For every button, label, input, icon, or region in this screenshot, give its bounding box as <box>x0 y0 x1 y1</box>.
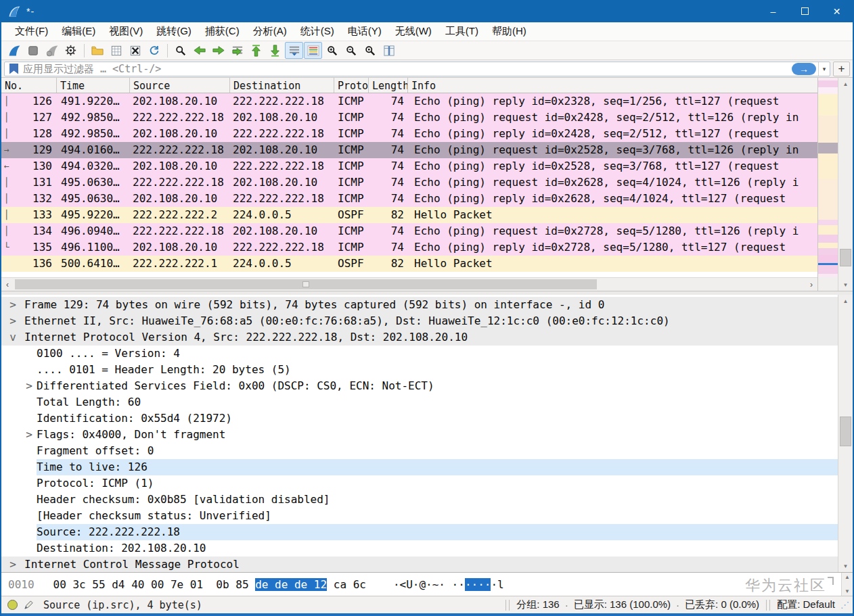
scroll-up-icon[interactable]: ▲ <box>838 295 853 307</box>
packet-row[interactable]: │128492.9850…202.108.20.10222.222.222.18… <box>1 126 817 142</box>
expert-info-icon[interactable] <box>7 600 18 610</box>
detail-line[interactable]: Time to live: 126 <box>1 459 838 475</box>
column-header-no[interactable]: No. <box>1 78 57 93</box>
menu-file[interactable]: 文件(F) <box>8 22 55 41</box>
zoom-in-button[interactable] <box>323 42 341 59</box>
packet-row[interactable]: │126491.9220…202.108.20.10222.222.222.18… <box>1 93 817 110</box>
expander-open-icon[interactable]: v <box>1 329 24 346</box>
column-header-time[interactable]: Time <box>57 78 130 93</box>
packet-row[interactable]: │134496.0940…222.222.222.18202.108.20.10… <box>1 223 817 239</box>
close-button[interactable]: ✕ <box>821 0 853 22</box>
expander-closed-icon[interactable]: > <box>1 297 24 313</box>
close-file-button[interactable] <box>126 42 144 59</box>
go-last-button[interactable] <box>266 42 284 59</box>
go-forward-button[interactable] <box>209 42 227 59</box>
packet-list-horizontal-scrollbar[interactable]: ‹ › <box>1 277 817 291</box>
capture-options-button[interactable] <box>62 42 80 59</box>
find-packet-button[interactable] <box>171 42 189 59</box>
save-file-button[interactable] <box>107 42 125 59</box>
minimize-button[interactable]: – <box>757 0 789 22</box>
go-back-button[interactable] <box>190 42 208 59</box>
go-to-packet-button[interactable] <box>228 42 246 59</box>
detail-line[interactable]: Source: 222.222.222.18 <box>1 524 838 540</box>
zoom-out-button[interactable] <box>342 42 360 59</box>
column-header-length[interactable]: Length <box>369 78 408 93</box>
packet-row[interactable]: │133495.9220…222.222.222.2224.0.0.5OSPF8… <box>1 207 817 223</box>
column-header-destination[interactable]: Destination <box>230 78 334 93</box>
maximize-button[interactable] <box>789 0 821 22</box>
column-header-source[interactable]: Source <box>130 78 230 93</box>
resize-columns-button[interactable] <box>380 42 398 59</box>
details-vertical-scrollbar[interactable]: ▲ ▼ <box>838 295 853 572</box>
menu-edit[interactable]: 编辑(E) <box>55 22 102 41</box>
capture-comment-icon[interactable] <box>24 600 34 610</box>
start-capture-button[interactable] <box>5 42 23 59</box>
packet-row[interactable]: →129494.0160…222.222.222.18202.108.20.10… <box>1 142 817 158</box>
scroll-down-icon[interactable]: ▼ <box>838 279 853 291</box>
detail-line[interactable]: vInternet Protocol Version 4, Src: 222.2… <box>1 329 838 346</box>
menu-view[interactable]: 视图(V) <box>102 22 150 41</box>
filter-bookmark-icon[interactable] <box>9 64 18 74</box>
detail-line[interactable]: .... 0101 = Header Length: 20 bytes (5) <box>1 362 838 378</box>
column-header-protocol[interactable]: Protoc <box>334 78 369 93</box>
detail-line[interactable]: >Ethernet II, Src: HuaweiTe_76:68:a5 (00… <box>1 313 838 329</box>
packet-row[interactable]: │131495.0630…222.222.222.18202.108.20.10… <box>1 174 817 191</box>
expander-closed-icon[interactable]: > <box>1 556 24 572</box>
packet-row[interactable]: │132495.0630…202.108.20.10222.222.222.18… <box>1 191 817 207</box>
bytes-vertical-scrollbar[interactable]: ▲ ▼ <box>841 573 853 596</box>
detail-line[interactable]: >Differentiated Services Field: 0x00 (DS… <box>1 378 838 394</box>
packet-row[interactable]: │127492.9850…222.222.222.18202.108.20.10… <box>1 110 817 126</box>
add-filter-button[interactable]: + <box>833 62 850 76</box>
detail-line[interactable]: >Internet Control Message Protocol <box>1 556 838 572</box>
menu-wireless[interactable]: 无线(W) <box>388 22 439 41</box>
go-first-button[interactable] <box>247 42 265 59</box>
menu-capture[interactable]: 捕获(C) <box>198 22 246 41</box>
scroll-down-icon[interactable]: ▼ <box>845 588 850 594</box>
packet-row[interactable]: └135496.1100…202.108.20.10222.222.222.18… <box>1 239 817 256</box>
restart-capture-button[interactable] <box>43 42 61 59</box>
detail-line[interactable]: 0100 .... = Version: 4 <box>1 346 838 362</box>
packet-row[interactable]: ←130494.0320…202.108.20.10222.222.222.18… <box>1 158 817 174</box>
scroll-down-icon[interactable]: ▼ <box>838 560 853 572</box>
zoom-reset-button[interactable] <box>361 42 379 59</box>
filter-dropdown-button[interactable]: ▾ <box>818 62 830 76</box>
profile-selector[interactable]: 配置: Default <box>777 598 835 611</box>
column-header-info[interactable]: Info <box>408 78 817 93</box>
expander-closed-icon[interactable]: > <box>22 378 37 394</box>
detail-line[interactable]: Fragment offset: 0 <box>1 443 838 459</box>
reload-file-button[interactable] <box>145 42 163 59</box>
menu-analyze[interactable]: 分析(A) <box>246 22 294 41</box>
detail-line[interactable]: Header checksum: 0x0b85 [validation disa… <box>1 492 838 508</box>
packet-list-vertical-scrollbar[interactable]: ▲ ▼ <box>838 78 853 291</box>
menu-help[interactable]: 帮助(H) <box>485 22 533 41</box>
detail-line[interactable]: Identification: 0x55d4 (21972) <box>1 410 838 427</box>
detail-line[interactable]: Protocol: ICMP (1) <box>1 475 838 492</box>
detail-line[interactable]: Destination: 202.108.20.10 <box>1 540 838 556</box>
vertical-scroll-thumb[interactable] <box>840 249 851 266</box>
expander-closed-icon[interactable]: > <box>22 427 37 443</box>
detail-line[interactable]: Total Length: 60 <box>1 394 838 410</box>
resize-grip-icon[interactable]: ⋰ <box>840 600 851 610</box>
detail-line[interactable]: >Frame 129: 74 bytes on wire (592 bits),… <box>1 297 838 313</box>
auto-scroll-button[interactable] <box>285 42 303 59</box>
scroll-left-icon[interactable]: ‹ <box>1 278 14 291</box>
menu-statistics[interactable]: 统计(S) <box>294 22 341 41</box>
expander-closed-icon[interactable]: > <box>1 313 24 329</box>
open-file-button[interactable] <box>88 42 106 59</box>
vertical-scroll-thumb[interactable] <box>840 417 851 446</box>
scroll-up-icon[interactable]: ▲ <box>845 574 850 580</box>
display-filter-input[interactable] <box>23 63 792 75</box>
detail-line[interactable]: >Flags: 0x4000, Don't fragment <box>1 427 838 443</box>
apply-filter-button[interactable]: → <box>792 63 816 75</box>
horizontal-scroll-thumb[interactable] <box>15 279 597 289</box>
menu-telephony[interactable]: 电话(Y) <box>341 22 388 41</box>
detail-line[interactable]: [Header checksum status: Unverified] <box>1 508 838 524</box>
colorize-button[interactable] <box>304 42 322 59</box>
packet-row[interactable]: 136500.6410…222.222.222.1224.0.0.5OSPF82… <box>1 256 817 272</box>
menu-tools[interactable]: 工具(T) <box>439 22 485 41</box>
hex-bytes[interactable]: 00 3c 55 d4 40 00 7e 01 0b 85 de de de 1… <box>53 578 366 591</box>
menu-go[interactable]: 跳转(G) <box>150 22 198 41</box>
stop-capture-button[interactable] <box>24 42 42 59</box>
scroll-up-icon[interactable]: ▲ <box>838 78 853 90</box>
intelligent-scrollbar-minimap[interactable] <box>817 78 838 291</box>
